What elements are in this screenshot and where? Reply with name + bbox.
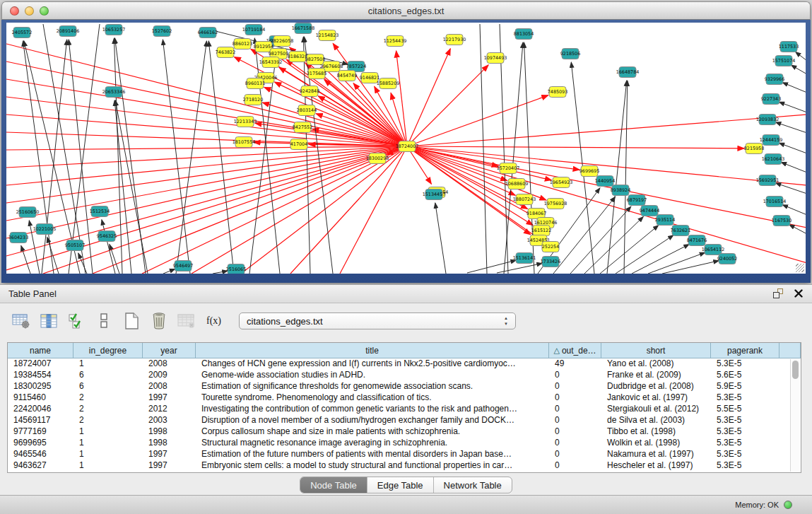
graph-node[interactable]: 18807243 (513, 194, 536, 205)
tab-node-table[interactable]: Node Table (300, 477, 367, 493)
graph-node[interactable]: 2935114 (655, 215, 675, 226)
graph-node[interactable]: 12154823 (316, 30, 339, 41)
graph-node[interactable]: 18107554 (233, 137, 256, 148)
graph-node[interactable]: 8860123 (233, 39, 252, 49)
graph-node[interactable]: 9505107 (65, 240, 85, 251)
graph-node[interactable]: 9699695 (579, 166, 599, 177)
graph-node[interactable]: 8813054 (514, 29, 534, 40)
show-columns-button[interactable] (39, 312, 58, 331)
table-scrollbar-thumb[interactable] (792, 361, 799, 379)
graph-node[interactable]: 1733426 (541, 257, 560, 267)
citation-graph[interactable]: 1872400724055722089140610653257152760264… (6, 23, 806, 274)
graph-node[interactable]: 10653257 (102, 25, 126, 35)
graph-node[interactable]: 3604233 (8, 233, 28, 243)
column-header-year[interactable]: year (143, 343, 196, 358)
graph-node[interactable]: 9546325 (97, 231, 117, 242)
graph-node[interactable]: 2405572 (12, 28, 32, 38)
graph-node[interactable]: 12444159 (760, 135, 783, 146)
graph-node[interactable]: 7632621 (671, 226, 690, 236)
graph-node[interactable]: 417004 (290, 139, 307, 150)
graph-node[interactable]: 9242848 (300, 86, 319, 97)
graph-node[interactable]: 9227343 (761, 94, 781, 105)
graph-node[interactable]: 15136141 (513, 253, 536, 264)
table-selector-dropdown[interactable]: citations_edges.txt ▲▼ (239, 313, 516, 329)
column-header-name[interactable]: name (8, 343, 73, 358)
graph-node[interactable]: 8938924 (611, 185, 630, 196)
graph-node[interactable]: 9474444 (640, 206, 659, 216)
graph-node[interactable]: 8427552 (293, 122, 312, 133)
graph-node[interactable]: 1512534 (90, 206, 110, 217)
graph-node[interactable]: 18300295 (366, 153, 389, 164)
minimize-window-button[interactable] (25, 6, 34, 16)
graph-node[interactable]: 9546497 (173, 261, 193, 271)
graph-node[interactable]: 2516065 (226, 264, 246, 274)
graph-node[interactable]: 16543392 (259, 57, 283, 68)
column-header-in_degree[interactable]: in_degree (73, 343, 143, 358)
column-header-pagerank[interactable]: pagerank (711, 343, 779, 358)
graph-node[interactable]: 16210643 (762, 154, 785, 165)
graph-node[interactable]: 10688609 (505, 179, 529, 189)
column-header-title[interactable]: title (196, 343, 549, 358)
graph-node[interactable]: 12093832 (756, 115, 779, 125)
graph-node[interactable]: 11254439 (384, 36, 407, 47)
graph-node[interactable]: 20653346 (102, 87, 126, 98)
graph-node[interactable]: 1167530 (772, 216, 792, 226)
graph-node[interactable]: 1527602 (152, 26, 172, 37)
tab-edge-table[interactable]: Edge Table (367, 477, 434, 493)
graph-node[interactable]: 10221005 (33, 224, 57, 235)
graph-node[interactable]: 15134457 (423, 189, 446, 200)
graph-node[interactable]: 15885209 (377, 78, 400, 89)
graph-node[interactable]: 6879197 (627, 195, 647, 206)
close-window-button[interactable] (10, 6, 19, 16)
window-titlebar[interactable]: citations_edges.txt (1, 1, 811, 20)
graph-node[interactable]: 12213343 (234, 117, 257, 127)
function-builder-button[interactable]: f(x) (204, 312, 223, 331)
graph-node[interactable]: 2718120 (243, 95, 263, 105)
select-all-columns-button[interactable] (66, 312, 86, 331)
tab-network-table[interactable]: Network Table (434, 477, 512, 493)
graph-node[interactable]: 1440954 (595, 176, 615, 187)
graph-node[interactable]: 28226058 (271, 36, 294, 47)
memory-status-indicator[interactable] (784, 501, 792, 509)
graph-node[interactable]: 15751074 (772, 56, 796, 66)
graph-node[interactable]: 7485093 (548, 87, 567, 98)
network-canvas[interactable]: 1872400724055722089140610653257152760264… (6, 23, 806, 274)
graph-node[interactable]: 9240052 (717, 254, 737, 264)
column-header-short[interactable]: short (601, 343, 711, 358)
graph-node[interactable]: 2803144 (297, 105, 317, 116)
graph-node[interactable]: 10719184 (242, 25, 266, 35)
graph-node[interactable]: 8960131 (245, 78, 265, 89)
graph-node[interactable]: 1615122 (531, 226, 551, 236)
delete-column-button[interactable] (149, 312, 168, 331)
graph-node[interactable]: 6466162 (198, 28, 218, 38)
graph-node[interactable]: 25160650 (16, 207, 40, 218)
table-mode-button[interactable] (11, 312, 30, 331)
graph-node[interactable]: 15692951 (756, 175, 779, 186)
graph-node[interactable]: 16671588 (292, 23, 315, 34)
graph-node[interactable]: 19654923 (550, 177, 573, 188)
close-panel-icon[interactable] (794, 288, 804, 300)
graph-node[interactable]: 252254 (542, 242, 559, 252)
float-panel-icon[interactable] (772, 288, 785, 300)
graph-node[interactable]: 19756928 (544, 199, 567, 209)
graph-node[interactable]: 18724007 (396, 141, 419, 152)
graph-node[interactable]: 9329966 (765, 74, 784, 85)
graph-node[interactable]: 15720407 (497, 163, 520, 174)
graph-node[interactable]: 9218506 (560, 49, 580, 59)
graph-node[interactable]: 8454749 (337, 71, 357, 81)
table-scrollbar[interactable] (790, 359, 800, 472)
resize-grip[interactable] (796, 264, 804, 272)
column-header-out_de[interactable]: △out_de… (549, 343, 601, 358)
graph-node[interactable]: 12217930 (443, 35, 466, 45)
graph-node[interactable]: 1117533 (779, 42, 799, 52)
graph-node[interactable]: 17016514 (763, 197, 787, 207)
zoom-window-button[interactable] (40, 6, 49, 16)
graph-node[interactable]: 10974493 (484, 53, 507, 64)
unselect-all-columns-button[interactable] (94, 312, 113, 331)
graph-node[interactable]: 3175685 (307, 69, 326, 79)
graph-node[interactable]: 16648784 (616, 67, 640, 78)
graph-node[interactable]: 8471676 (687, 235, 707, 246)
graph-node[interactable]: 8215958 (744, 144, 764, 154)
graph-node[interactable]: 7463822 (216, 47, 235, 58)
graph-node[interactable]: 20891406 (57, 26, 80, 37)
